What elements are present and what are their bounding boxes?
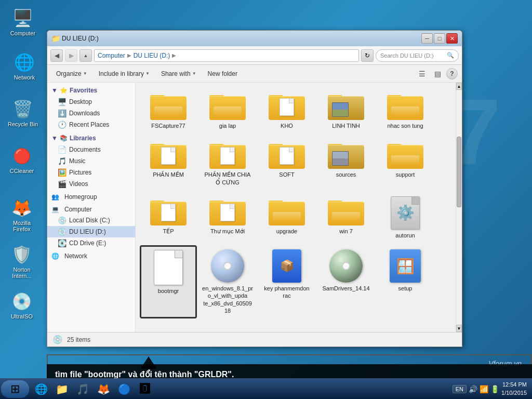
maximize-button[interactable]: □	[434, 33, 445, 44]
folder-icon	[209, 140, 246, 169]
language-indicator[interactable]: EN	[453, 385, 467, 393]
organize-button[interactable]: Organize ▼	[51, 67, 92, 81]
taskbar-ie[interactable]: 🌐	[31, 380, 51, 398]
volume-tray-icon[interactable]: 🔊	[469, 385, 477, 393]
desktop-icon-ultraiso[interactable]: 💿 UltraISO	[2, 288, 42, 322]
file-grid-scrollbar[interactable]: ▲ ▼	[456, 83, 462, 332]
folder-fscapture77[interactable]: FSCapture77	[140, 87, 197, 134]
folder-soft[interactable]: SOFT	[258, 136, 315, 190]
nav-item-recent-places[interactable]: 🕐 Recent Places	[47, 119, 135, 130]
view-mode-button[interactable]: ☰	[415, 67, 429, 81]
file-key-phanmem[interactable]: 📦 key phanmemdon rac	[258, 245, 315, 318]
folder-kho[interactable]: KHO	[258, 87, 315, 134]
scrollbar-track	[456, 90, 462, 325]
videos-nav-icon: 🎬	[58, 180, 66, 188]
view-details-button[interactable]: ▤	[431, 67, 444, 81]
folder-icon	[150, 91, 187, 120]
homegroup-item[interactable]: 👥 Homegroup	[47, 192, 135, 202]
ccleaner-icon: 🔴	[11, 145, 33, 167]
path-du-lieu[interactable]: DU LIEU (D:)	[134, 52, 170, 59]
nav-item-documents[interactable]: 📄 Documents	[47, 144, 135, 155]
folder-nhac-son-tung[interactable]: nhac son tung	[377, 87, 434, 134]
minimize-button[interactable]: ─	[421, 33, 433, 44]
folder-icon	[387, 91, 423, 120]
winrar-file-icon: 📦	[272, 249, 301, 283]
computer-nav-header[interactable]: 💻 Computer	[47, 204, 135, 215]
desktop-icon-recycle-bin[interactable]: 🗑️ Recycle Bin	[3, 96, 43, 129]
taskbar-opera[interactable]: 🅾	[135, 380, 155, 398]
file-en-windows[interactable]: en_windows_8.1_pro_vl_with_upda te_x86_d…	[199, 245, 256, 318]
network-nav-item[interactable]: 🌐 Network	[47, 251, 135, 261]
taskbar-explorer[interactable]: 📁	[52, 380, 72, 398]
ccleaner-label: CCleaner	[10, 168, 34, 174]
nav-item-local-disk-c[interactable]: 💿 Local Disk (C:)	[47, 215, 135, 226]
firefox-label: Mozilla Firefox	[4, 220, 39, 232]
explorer-window: 📁 DU LIEU (D:) ─ □ ✕ ◀ ▶ ▲ Computer ▶ DU…	[47, 30, 462, 347]
nav-item-du-lieu-d[interactable]: 💿 DU LIEU (D:)	[47, 226, 135, 237]
du-lieu-d-icon: 💿	[58, 228, 66, 236]
refresh-button[interactable]: ↻	[361, 49, 374, 62]
nav-item-cd-drive-e[interactable]: 💽 CD Drive (E:)	[47, 237, 135, 249]
taskbar-chrome[interactable]: 🔵	[114, 380, 134, 398]
homegroup-icon: 👥	[51, 193, 59, 201]
scrollbar-down-button[interactable]: ▼	[456, 325, 462, 332]
file-setup[interactable]: 🪟 setup	[377, 245, 434, 318]
nav-item-desktop[interactable]: 🖥️ Desktop	[47, 96, 135, 108]
back-button[interactable]: ◀	[50, 49, 63, 62]
folder-title-icon: 📁	[51, 34, 60, 43]
scrollbar-up-button[interactable]: ▲	[456, 83, 462, 90]
local-disk-c-icon: 💿	[58, 216, 66, 224]
folder-win7[interactable]: win 7	[317, 192, 375, 243]
share-with-button[interactable]: Share with ▼	[156, 67, 201, 81]
address-path[interactable]: Computer ▶ DU LIEU (D:) ▶	[94, 49, 359, 62]
up-button[interactable]: ▲	[79, 49, 92, 62]
desktop-icon-computer[interactable]: 🖥️ Computer	[3, 5, 43, 38]
close-button[interactable]: ✕	[446, 33, 458, 44]
file-samdrivers[interactable]: SamDrivers_14.14	[317, 245, 375, 318]
clock-time: 12:54 PM	[501, 381, 527, 389]
network-tray-icon[interactable]: 📶	[480, 385, 488, 393]
start-button[interactable]: ⊞	[1, 380, 29, 398]
path-chevron-2: ▶	[172, 52, 176, 58]
scrollbar-thumb[interactable]	[457, 137, 461, 207]
taskbar-firefox[interactable]: 🦊	[94, 380, 113, 398]
file-grid: FSCapture77 gia lap	[136, 83, 456, 332]
new-folder-button[interactable]: New folder	[203, 67, 242, 81]
nav-item-downloads[interactable]: ⬇️ Downloads	[47, 108, 135, 119]
ultraiso-label: UltraISO	[11, 313, 33, 320]
folder-icon	[150, 140, 187, 169]
help-button[interactable]: ?	[446, 68, 458, 79]
path-computer[interactable]: Computer	[98, 52, 125, 59]
folder-sources[interactable]: sources	[317, 136, 375, 190]
setup-file-icon: 🪟	[390, 249, 421, 283]
system-clock[interactable]: 12:54 PM 1/10/2015	[501, 381, 527, 397]
address-bar: ◀ ▶ ▲ Computer ▶ DU LIEU (D:) ▶ ↻ Search…	[47, 46, 462, 65]
nav-item-pictures[interactable]: 🖼️ Pictures	[47, 167, 135, 178]
folder-tep[interactable]: TẾP	[140, 192, 197, 243]
folder-linh-tinh[interactable]: LINH TINH	[317, 87, 375, 134]
folder-support[interactable]: support	[377, 136, 434, 190]
taskbar-media[interactable]: 🎵	[73, 380, 92, 398]
desktop-icon-ccleaner[interactable]: 🔴 CCleaner	[2, 143, 42, 176]
include-in-library-button[interactable]: Include in library ▼	[94, 67, 154, 81]
desktop-icon-network[interactable]: 🌐 Network	[5, 49, 44, 83]
search-box[interactable]: Search DU LIEU (D:) 🔍	[376, 49, 459, 62]
folder-thu-muc-moi[interactable]: Thư mục Mới	[199, 192, 256, 243]
folder-gia-lap[interactable]: gia lap	[199, 87, 256, 134]
desktop-icon-norton[interactable]: 🛡️ Norton Intern...	[2, 242, 42, 281]
libraries-header[interactable]: ▼ 📚 Libraries	[47, 132, 135, 144]
folder-phan-mem[interactable]: PHẦN MỀM	[140, 136, 197, 190]
nav-item-music[interactable]: 🎵 Music	[47, 155, 135, 167]
nav-item-videos[interactable]: 🎬 Videos	[47, 178, 135, 190]
favorites-header[interactable]: ▼ ⭐ Favorites	[47, 85, 135, 96]
main-content: ▼ ⭐ Favorites 🖥️ Desktop ⬇️ Downloads 🕐 …	[47, 83, 462, 332]
desktop-icon-firefox[interactable]: 🦊 Mozilla Firefox	[2, 195, 42, 234]
file-autorun[interactable]: ⚙️ autorun	[377, 192, 434, 243]
folder-upgrade[interactable]: upgrade	[258, 192, 315, 243]
norton-label: Norton Intern...	[4, 267, 39, 279]
folder-phan-mem-chia[interactable]: PHẦN MỀM CHIA Ổ CỨNG	[199, 136, 256, 190]
libraries-nav-icon: 📚	[60, 135, 68, 142]
file-bootmgr[interactable]: bootmgr	[140, 245, 197, 318]
battery-tray-icon[interactable]: 🔋	[490, 385, 499, 393]
forward-button[interactable]: ▶	[65, 49, 77, 62]
